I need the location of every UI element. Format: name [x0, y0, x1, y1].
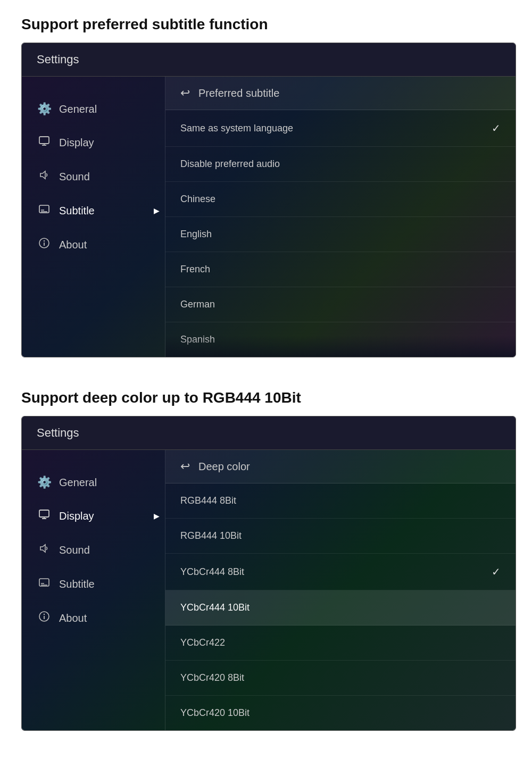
- item-label: Same as system language: [180, 123, 293, 134]
- gear-icon: ⚙️: [37, 102, 52, 116]
- item-label: RGB444 8Bit: [180, 495, 236, 506]
- settings-body-1: ⚙️ General Display Sound Subtitle: [22, 77, 516, 357]
- sidebar-label-display-2: Display: [59, 510, 94, 522]
- sound-icon: [37, 169, 52, 184]
- sidebar-2: ⚙️ General Display Sound Subtitle: [22, 450, 165, 730]
- item-label: YCbCr420 8Bit: [180, 672, 244, 683]
- content-title-2: Deep color: [198, 461, 250, 473]
- settings-header-1: Settings: [22, 43, 516, 77]
- list-item[interactable]: Same as system language ✓: [165, 110, 516, 147]
- item-label: Disable preferred audio: [180, 159, 280, 170]
- sidebar-item-sound-1[interactable]: Sound: [22, 160, 165, 194]
- item-label: Chinese: [180, 194, 215, 205]
- sound-icon-2: [37, 543, 52, 557]
- content-panel-1: ↩ Preferred subtitle Same as system lang…: [165, 77, 516, 357]
- svg-marker-13: [40, 545, 45, 552]
- item-label: English: [180, 229, 212, 240]
- settings-window-1: Settings ⚙️ General Display Sound: [21, 43, 516, 357]
- sidebar-item-about-1[interactable]: About: [22, 228, 165, 262]
- content-header-2: ↩ Deep color: [165, 450, 516, 483]
- item-label: YCbCr422: [180, 637, 225, 648]
- settings-header-2: Settings: [22, 416, 516, 450]
- item-label: YCbCr420 10Bit: [180, 707, 250, 719]
- subtitle-icon-2: [37, 577, 52, 591]
- sidebar-item-sound-2[interactable]: Sound: [22, 533, 165, 567]
- display-icon: [37, 135, 52, 150]
- sidebar-item-subtitle-2[interactable]: Subtitle: [22, 567, 165, 601]
- sidebar-item-general-1[interactable]: ⚙️ General: [22, 93, 165, 126]
- list-item[interactable]: English: [165, 217, 516, 252]
- sidebar-label-about-1: About: [59, 239, 87, 251]
- sidebar-item-subtitle-1[interactable]: Subtitle: [22, 194, 165, 228]
- svg-point-9: [44, 240, 45, 241]
- svg-rect-0: [39, 137, 49, 144]
- svg-marker-3: [40, 171, 45, 179]
- item-label: YCbCr444 10Bit: [180, 602, 250, 613]
- check-icon-2: ✓: [492, 565, 501, 578]
- sidebar-item-display-2[interactable]: Display: [22, 499, 165, 533]
- list-item[interactable]: YCbCr420 8Bit: [165, 661, 516, 696]
- list-item[interactable]: YCbCr444 8Bit ✓: [165, 554, 516, 590]
- sidebar-item-display-1[interactable]: Display: [22, 126, 165, 160]
- sidebar-label-display-1: Display: [59, 137, 94, 149]
- item-label: YCbCr444 8Bit: [180, 566, 244, 578]
- sidebar-item-about-2[interactable]: About: [22, 601, 165, 635]
- list-item[interactable]: YCbCr422: [165, 625, 516, 661]
- item-label: French: [180, 264, 210, 275]
- svg-rect-10: [39, 510, 49, 517]
- sidebar-1: ⚙️ General Display Sound Subtitle: [22, 77, 165, 357]
- list-item[interactable]: Spanish: [165, 322, 516, 357]
- back-arrow-1[interactable]: ↩: [180, 86, 190, 100]
- content-header-1: ↩ Preferred subtitle: [165, 77, 516, 110]
- sidebar-label-about-2: About: [59, 612, 87, 624]
- about-icon-2: [37, 611, 52, 625]
- list-item[interactable]: French: [165, 252, 516, 287]
- svg-point-19: [44, 614, 45, 615]
- gear-icon-2: ⚙️: [37, 476, 52, 489]
- section1-title: Support preferred subtitle function: [21, 16, 511, 33]
- settings-body-2: ⚙️ General Display Sound Subtitle: [22, 450, 516, 730]
- content-title-1: Preferred subtitle: [198, 87, 279, 99]
- check-icon: ✓: [492, 122, 501, 135]
- settings-window-2: Settings ⚙️ General Display Sound: [21, 416, 516, 731]
- list-item[interactable]: German: [165, 287, 516, 322]
- subtitle-icon: [37, 203, 52, 218]
- sidebar-label-subtitle-1: Subtitle: [59, 205, 95, 217]
- sidebar-label-sound-1: Sound: [59, 171, 90, 183]
- sidebar-label-sound-2: Sound: [59, 544, 90, 556]
- list-item[interactable]: RGB444 10Bit: [165, 519, 516, 554]
- list-item[interactable]: RGB444 8Bit: [165, 483, 516, 519]
- item-label: Spanish: [180, 334, 215, 345]
- sidebar-label-general-2: General: [59, 477, 97, 489]
- about-icon: [37, 237, 52, 252]
- list-item[interactable]: YCbCr420 10Bit: [165, 696, 516, 730]
- content-list-2: RGB444 8Bit RGB444 10Bit YCbCr444 8Bit ✓…: [165, 483, 516, 730]
- section2-title: Support deep color up to RGB444 10Bit: [21, 389, 511, 406]
- list-item[interactable]: Disable preferred audio: [165, 147, 516, 182]
- list-item[interactable]: Chinese: [165, 182, 516, 217]
- list-item[interactable]: YCbCr444 10Bit: [165, 590, 516, 625]
- back-arrow-2[interactable]: ↩: [180, 460, 190, 473]
- item-label: German: [180, 299, 215, 310]
- content-list-1: Same as system language ✓ Disable prefer…: [165, 110, 516, 357]
- sidebar-item-general-2[interactable]: ⚙️ General: [22, 466, 165, 499]
- sidebar-label-general-1: General: [59, 103, 97, 115]
- item-label: RGB444 10Bit: [180, 530, 242, 541]
- display-icon-2: [37, 508, 52, 523]
- content-panel-2: ↩ Deep color RGB444 8Bit RGB444 10Bit YC…: [165, 450, 516, 730]
- sidebar-label-subtitle-2: Subtitle: [59, 578, 95, 590]
